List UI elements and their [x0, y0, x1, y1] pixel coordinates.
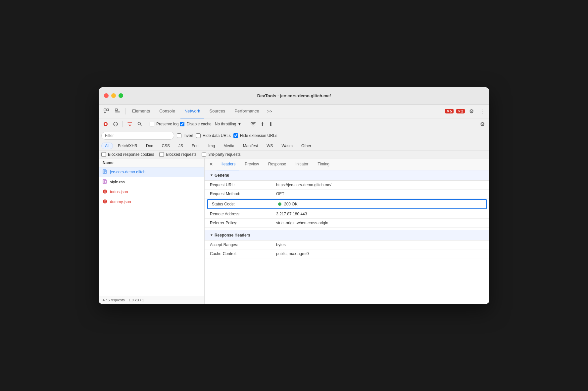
detail-panel: ✕ Headers Preview Response Initiator Tim… — [205, 158, 489, 304]
svg-point-6 — [105, 123, 107, 125]
headers-content: ▼ General Request URL: https://jec-cors-… — [205, 170, 489, 304]
general-section-header[interactable]: ▼ General — [205, 170, 489, 181]
blocked-response-cookies-label[interactable]: Blocked response cookies — [101, 152, 154, 157]
download-icon[interactable]: ⬇ — [267, 121, 274, 127]
hide-extension-urls-checkbox[interactable] — [233, 133, 238, 138]
type-btn-font[interactable]: Font — [188, 143, 203, 149]
type-btn-css[interactable]: CSS — [158, 143, 173, 149]
status-dot-green — [278, 202, 281, 206]
file-error-icon-2 — [103, 199, 107, 205]
main-content: Name jec-cors-demo.glitch.... — [99, 158, 489, 304]
inspect-icon[interactable] — [113, 106, 122, 116]
minimize-button[interactable] — [111, 93, 116, 98]
disable-cache-label[interactable]: Disable cache — [180, 122, 211, 126]
toolbar-divider-2 — [147, 121, 147, 127]
response-headers-section-header[interactable]: ▼ Response Headers — [205, 230, 489, 240]
file-list-footer: 4 / 6 requests 1.9 kB / 1 — [99, 296, 204, 304]
file-css-icon — [103, 179, 107, 185]
tab-elements[interactable]: Elements — [128, 105, 154, 118]
record-button[interactable] — [101, 120, 110, 128]
more-options-icon[interactable]: ⋮ — [477, 107, 487, 116]
tab-network[interactable]: Network — [180, 105, 204, 118]
header-row-status-code: Status Code: 200 OK — [207, 199, 487, 209]
upload-icon[interactable]: ⬆ — [259, 121, 266, 127]
file-item-2[interactable]: style.css — [99, 177, 204, 187]
hide-data-urls-label[interactable]: Hide data URLs — [196, 133, 231, 138]
tab-performance[interactable]: Performance — [230, 105, 263, 118]
svg-rect-1 — [107, 109, 109, 111]
file-item-4[interactable]: dummy.json — [99, 197, 204, 207]
devtools-window: DevTools - jec-cors-demo.glitch.me/ Elem… — [99, 87, 489, 304]
type-btn-img[interactable]: Img — [205, 143, 219, 149]
tab-console[interactable]: Console — [155, 105, 179, 118]
header-row-cache-control: Cache-Control: public, max-age=0 — [205, 249, 489, 258]
network-settings-icon[interactable]: ⚙ — [478, 121, 487, 127]
file-item-3[interactable]: todos.json — [99, 187, 204, 197]
svg-point-9 — [253, 126, 254, 126]
header-row-remote-address: Remote Address: 3.217.87.180:443 — [205, 210, 489, 219]
pointer-icon[interactable] — [101, 106, 111, 116]
toolbar-divider-1 — [122, 121, 123, 127]
tab-more-button[interactable]: >> — [265, 108, 275, 115]
third-party-requests-checkbox[interactable] — [202, 152, 206, 157]
svg-rect-2 — [115, 109, 118, 110]
error-badge-1: ✕ 5 — [445, 109, 454, 113]
file-item-1[interactable]: jec-cors-demo.glitch.... — [99, 167, 204, 177]
preserve-log-label[interactable]: Preserve log — [150, 122, 178, 126]
wifi-icon[interactable] — [249, 120, 258, 128]
settings-gear-icon[interactable]: ⚙ — [467, 107, 476, 116]
type-btn-fetch-xhr[interactable]: Fetch/XHR — [114, 143, 141, 149]
header-row-referrer-policy: Referrer Policy: strict-origin-when-cros… — [205, 219, 489, 228]
file-name-1: jec-cors-demo.glitch.... — [110, 170, 150, 174]
preserve-log-checkbox[interactable] — [150, 122, 154, 126]
file-name-2: style.css — [110, 180, 125, 184]
type-btn-media[interactable]: Media — [220, 143, 238, 149]
detail-tab-response[interactable]: Response — [264, 158, 290, 170]
type-btn-ws[interactable]: WS — [263, 143, 276, 149]
invert-checkbox[interactable] — [177, 133, 181, 138]
type-btn-all[interactable]: All — [101, 143, 113, 149]
header-row-request-url: Request URL: https://jec-cors-demo.glitc… — [205, 181, 489, 190]
traffic-lights — [104, 93, 123, 98]
invert-label[interactable]: Invert — [177, 133, 193, 138]
type-btn-other[interactable]: Other — [298, 143, 315, 149]
clear-button[interactable] — [111, 120, 120, 128]
title-bar: DevTools - jec-cors-demo.glitch.me/ — [99, 87, 489, 105]
disable-cache-checkbox[interactable] — [180, 122, 184, 126]
tab-sources[interactable]: Sources — [206, 105, 229, 118]
file-name-3: todos.json — [110, 190, 128, 194]
tab-separator-1 — [125, 108, 125, 114]
filter-icon[interactable] — [125, 120, 134, 128]
hide-data-urls-checkbox[interactable] — [196, 133, 201, 138]
file-doc-icon — [103, 169, 107, 175]
blocked-requests-checkbox[interactable] — [159, 152, 164, 157]
detail-tab-headers[interactable]: Headers — [217, 158, 239, 170]
close-button[interactable] — [104, 93, 109, 98]
third-party-requests-label[interactable]: 3rd-party requests — [202, 152, 240, 157]
svg-rect-3 — [115, 111, 120, 112]
type-btn-manifest[interactable]: Manifest — [239, 143, 262, 149]
type-btn-doc[interactable]: Doc — [142, 143, 157, 149]
maximize-button[interactable] — [119, 93, 123, 98]
type-filters-bar: All Fetch/XHR Doc CSS JS Font Img Media … — [99, 141, 489, 151]
file-list-header: Name — [99, 158, 204, 167]
blocked-response-cookies-checkbox[interactable] — [101, 152, 106, 157]
hide-extension-urls-label[interactable]: Hide extension URLs — [233, 133, 277, 138]
detail-tab-timing[interactable]: Timing — [314, 158, 333, 170]
file-name-4: dummy.json — [110, 199, 131, 204]
type-btn-js[interactable]: JS — [175, 143, 187, 149]
type-btn-wasm[interactable]: Wasm — [278, 143, 297, 149]
detail-tab-preview[interactable]: Preview — [241, 158, 263, 170]
search-icon[interactable] — [135, 120, 144, 128]
transfer-size: 1.9 kB / 1 — [129, 298, 144, 302]
response-headers-triangle-icon: ▼ — [210, 233, 213, 237]
request-count: 4 / 6 requests — [103, 298, 125, 302]
blocked-row: Blocked response cookies Blocked request… — [99, 151, 489, 158]
throttle-dropdown[interactable]: No throttling ▼ — [213, 121, 244, 127]
network-toolbar: Preserve log Disable cache No throttling… — [99, 118, 489, 130]
filter-input[interactable] — [101, 132, 174, 140]
svg-rect-0 — [104, 109, 106, 111]
detail-tab-initiator[interactable]: Initiator — [291, 158, 312, 170]
detail-close-icon[interactable]: ✕ — [207, 160, 215, 168]
blocked-requests-label[interactable]: Blocked requests — [159, 152, 196, 157]
